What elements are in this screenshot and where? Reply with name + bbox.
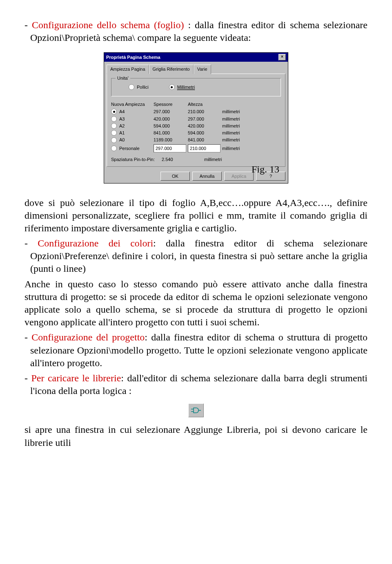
radio-dot-icon	[129, 84, 134, 90]
radio-dot-icon[interactable]	[111, 123, 117, 129]
size-unit: millimetri	[222, 145, 251, 151]
units-group-label: Unita'	[116, 75, 130, 81]
section-title: Configurazione dei colori	[38, 238, 153, 248]
size-name: A0	[119, 137, 125, 143]
radio-dot-icon[interactable]	[111, 145, 117, 151]
radio-dot-icon[interactable]	[111, 130, 117, 136]
size-h: 420.000	[188, 123, 220, 129]
size-row-a2: A2 594.000 420.000 millimetri	[111, 123, 281, 129]
section-title: Configurazione del progetto	[31, 332, 145, 342]
tab-varie[interactable]: Varie	[194, 65, 211, 74]
height-input[interactable]: 210.000	[188, 144, 220, 152]
size-row-a0: A0 1189.000 841.000 millimetri	[111, 137, 281, 143]
dash: -	[24, 332, 31, 342]
spacing-label: Spaziatura Pin-to-Pin:	[111, 157, 160, 162]
size-w: 594.000	[154, 123, 186, 129]
dash: -	[24, 20, 32, 30]
logic-gate-toolbar-icon[interactable]	[188, 403, 204, 417]
column-headers: Nuova Ampiezza Spessore Altezza	[111, 101, 281, 107]
col-altezza: Altezza	[188, 101, 220, 107]
size-name: A2	[119, 123, 125, 129]
dash: -	[24, 373, 31, 383]
ok-button[interactable]: OK	[160, 172, 190, 181]
size-unit: millimetri	[222, 130, 251, 136]
radio-label: Pollici	[137, 84, 149, 90]
spacing-unit: millimetri	[204, 157, 233, 162]
size-name: Personale	[119, 145, 140, 151]
logic-gate-icon	[191, 407, 201, 414]
col-nuova: Nuova Ampiezza	[111, 101, 152, 107]
size-row-a4: A4 297.000 210.000 millimetri	[111, 109, 281, 114]
tab-griglia[interactable]: Griglia Riferimento	[149, 65, 194, 74]
size-w: 1189.000	[154, 137, 186, 143]
radio-pollici[interactable]: Pollici	[129, 84, 149, 90]
intro-title: Configurazione dello schema (foglio)	[32, 20, 184, 30]
tab-strip: Ampiezza Pagina Griglia Riferimento Vari…	[104, 62, 288, 73]
radio-millimetri[interactable]: Millimetri	[169, 84, 195, 90]
body-paragraph-2: Anche in questo caso lo stesso comando p…	[24, 278, 368, 329]
dash: -	[24, 238, 38, 248]
spacing-value: 2.540	[162, 157, 203, 162]
size-name: A4	[119, 109, 125, 114]
intro-paragraph: - Configurazione dello schema (foglio) :…	[24, 19, 368, 44]
size-name: A1	[119, 130, 125, 136]
size-h: 594.000	[188, 130, 220, 136]
radio-label: Millimetri	[177, 84, 195, 90]
tab-panel: Unita' Pollici Millimetri Nuova Ampiezza…	[107, 74, 285, 167]
size-unit: millimetri	[222, 116, 251, 122]
pin-spacing-row: Spaziatura Pin-to-Pin: 2.540 millimetri	[111, 157, 281, 162]
radio-dot-icon	[169, 84, 175, 90]
dialog-title: Proprietà Pagina Schema	[106, 54, 160, 60]
size-h: 297.000	[188, 116, 220, 122]
section-colori: - Configurazione dei colori: dalla fines…	[24, 237, 368, 275]
section-librerie: - Per caricare le librerie: dall'editor …	[24, 372, 368, 397]
dialog-titlebar: Proprietà Pagina Schema ×	[104, 53, 288, 62]
col-spessore: Spessore	[154, 101, 186, 107]
col-unit	[222, 101, 251, 107]
units-group: Unita' Pollici Millimetri	[111, 78, 281, 96]
size-w: 841.000	[154, 130, 186, 136]
size-row-a3: A3 420.000 297.000 millimetri	[111, 116, 281, 122]
body-paragraph-1: dove si può selezionare il tipo di fogli…	[24, 197, 368, 235]
radio-dot-icon[interactable]	[111, 137, 117, 143]
width-input[interactable]: 297.000	[154, 144, 186, 152]
size-unit: millimetri	[222, 123, 251, 129]
tab-ampiezza[interactable]: Ampiezza Pagina	[107, 65, 149, 74]
radio-dot-icon[interactable]	[111, 109, 117, 114]
size-h: 210.000	[188, 109, 220, 114]
size-unit: millimetri	[222, 109, 251, 114]
size-h: 841.000	[188, 137, 220, 143]
radio-dot-icon[interactable]	[111, 116, 117, 122]
section-progetto: - Configurazione del progetto: dalla fin…	[24, 331, 368, 369]
size-row-personale: Personale 297.000 210.000 millimetri	[111, 144, 281, 152]
close-icon[interactable]: ×	[278, 54, 286, 60]
apply-button[interactable]: Applica	[224, 172, 254, 181]
size-name: A3	[119, 116, 125, 122]
size-w: 297.000	[154, 109, 186, 114]
footer-paragraph: si apre una finestra in cui selezionare …	[24, 423, 368, 449]
size-row-a1: A1 841.000 594.000 millimetri	[111, 130, 281, 136]
cancel-button[interactable]: Annulla	[192, 172, 222, 181]
size-w: 420.000	[154, 116, 186, 122]
section-title: Per caricare le librerie	[31, 373, 121, 383]
size-unit: millimetri	[222, 137, 251, 143]
